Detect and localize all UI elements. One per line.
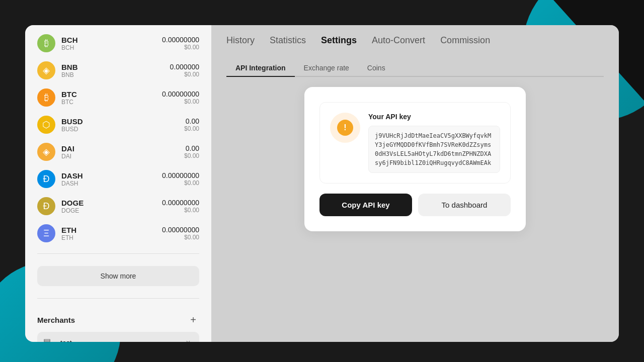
coin-name: ETH xyxy=(61,226,162,234)
coin-name: BCH xyxy=(61,36,162,44)
main-content: HistoryStatisticsSettingsAuto-ConvertCom… xyxy=(211,25,619,342)
coin-icon-busd: ⬡ xyxy=(37,116,55,134)
coin-ticker: BTC xyxy=(61,99,162,106)
to-dashboard-button[interactable]: To dashboard xyxy=(418,194,511,216)
merchant-name: test xyxy=(60,339,183,342)
api-icon-outer-circle: ! xyxy=(330,113,360,143)
coin-amounts: 0.00 $0.00 xyxy=(184,144,199,159)
coin-name-wrap: ETH ETH xyxy=(61,226,162,241)
api-icon-wrap: ! xyxy=(330,113,360,143)
merchants-section: Merchants + ▤ test × xyxy=(25,306,211,342)
coin-name-wrap: BCH BCH xyxy=(61,36,162,51)
coin-icon-dai: ◈ xyxy=(37,143,55,161)
api-key-section: Your API key j9VUHcRjJdDtMaeIeaCV5gXXBWy… xyxy=(368,113,500,173)
nav-item-settings[interactable]: Settings xyxy=(321,35,357,48)
divider-2 xyxy=(37,298,199,299)
coin-item[interactable]: ⬡ BUSD BUSD 0.00 $0.00 xyxy=(31,112,205,138)
merchant-item: ▤ test × xyxy=(37,332,199,342)
coin-ticker: BCH xyxy=(61,44,162,51)
coin-amount: 0.00000000 xyxy=(162,226,199,234)
coin-name: BUSD xyxy=(61,117,184,126)
coin-ticker: DASH xyxy=(61,180,162,187)
coin-name-wrap: BUSD BUSD xyxy=(61,117,184,133)
coin-amount: 0.000000 xyxy=(170,63,199,71)
merchants-header: Merchants + xyxy=(37,314,199,326)
coin-usd: $0.00 xyxy=(184,125,199,132)
tab-api[interactable]: API Integration xyxy=(226,60,295,77)
coin-name-wrap: DAI DAI xyxy=(61,144,184,160)
coin-amount: 0.00000000 xyxy=(162,171,199,179)
divider xyxy=(37,253,199,254)
nav-item-history[interactable]: History xyxy=(226,35,255,48)
coin-amount: 0.00 xyxy=(184,117,199,125)
coin-usd: $0.00 xyxy=(170,71,199,78)
coin-item[interactable]: ₿ BCH BCH 0.00000000 $0.00 xyxy=(31,30,205,56)
coin-name-wrap: DASH DASH xyxy=(61,171,162,187)
sidebar: ₿ BCH BCH 0.00000000 $0.00 ◈ BNB BNB 0.0… xyxy=(25,25,211,342)
coin-icon-bnb: ◈ xyxy=(37,61,55,79)
coin-name: BTC xyxy=(61,90,162,99)
coin-amounts: 0.00000000 $0.00 xyxy=(162,36,199,51)
api-key-value[interactable]: j9VUHcRjJdDtMaeIeaCV5gXXBWyfqvkMY3jeGYMQ… xyxy=(368,126,500,173)
coin-usd: $0.00 xyxy=(162,207,199,214)
coin-amount: 0.00000000 xyxy=(162,36,199,44)
coin-ticker: BNB xyxy=(61,71,170,78)
tab-exchange[interactable]: Exchange rate xyxy=(295,60,358,77)
merchant-close-button[interactable]: × xyxy=(183,338,193,342)
merchants-title: Merchants xyxy=(37,316,75,324)
coin-amount: 0.00 xyxy=(184,144,199,152)
nav-item-auto-convert[interactable]: Auto-Convert xyxy=(372,35,425,48)
tabs: API IntegrationExchange rateCoins xyxy=(226,60,604,77)
coin-usd: $0.00 xyxy=(162,44,199,51)
nav-item-statistics[interactable]: Statistics xyxy=(270,35,306,48)
coin-item[interactable]: ₿ BTC BTC 0.00000000 $0.00 xyxy=(31,84,205,111)
coin-item[interactable]: Đ DASH DASH 0.00000000 $0.00 xyxy=(31,166,205,192)
coin-list: ₿ BCH BCH 0.00000000 $0.00 ◈ BNB BNB 0.0… xyxy=(25,30,211,246)
coin-icon-btc: ₿ xyxy=(37,88,55,107)
coin-icon-bch: ₿ xyxy=(37,34,55,52)
coin-name-wrap: BNB BNB xyxy=(61,63,170,78)
api-buttons: Copy API key To dashboard xyxy=(319,194,511,216)
merchant-icon: ▤ xyxy=(43,337,55,342)
merchants-add-button[interactable]: + xyxy=(187,314,199,326)
api-icon-inner-circle: ! xyxy=(337,120,353,136)
coin-amounts: 0.00000000 $0.00 xyxy=(162,90,199,105)
api-key-title: Your API key xyxy=(368,113,500,121)
api-card-inner: ! Your API key j9VUHcRjJdDtMaeIeaCV5gXXB… xyxy=(319,102,511,184)
top-nav: HistoryStatisticsSettingsAuto-ConvertCom… xyxy=(226,35,604,48)
tab-coins[interactable]: Coins xyxy=(358,60,394,77)
api-card: ! Your API key j9VUHcRjJdDtMaeIeaCV5gXXB… xyxy=(304,87,526,231)
main-panel: ₿ BCH BCH 0.00000000 $0.00 ◈ BNB BNB 0.0… xyxy=(25,25,619,342)
coin-usd: $0.00 xyxy=(162,179,199,187)
coin-icon-eth: Ξ xyxy=(37,224,55,242)
coin-usd: $0.00 xyxy=(162,98,199,105)
coin-amounts: 0.00000000 $0.00 xyxy=(162,199,199,214)
coin-usd: $0.00 xyxy=(184,152,199,159)
coin-amounts: 0.00000000 $0.00 xyxy=(162,226,199,241)
coin-name: DASH xyxy=(61,171,162,180)
coin-item[interactable]: Ð DOGE DOGE 0.00000000 $0.00 xyxy=(31,193,205,219)
coin-name-wrap: DOGE DOGE xyxy=(61,199,162,214)
coin-amounts: 0.000000 $0.00 xyxy=(170,63,199,78)
coin-name-wrap: BTC BTC xyxy=(61,90,162,106)
coin-amount: 0.00000000 xyxy=(162,90,199,98)
copy-api-key-button[interactable]: Copy API key xyxy=(319,194,412,216)
coin-item[interactable]: Ξ ETH ETH 0.00000000 $0.00 xyxy=(31,220,205,246)
show-more-button[interactable]: Show more xyxy=(37,266,199,286)
nav-item-commission[interactable]: Commission xyxy=(440,35,490,48)
coin-ticker: ETH xyxy=(61,234,162,241)
coin-icon-doge: Ð xyxy=(37,197,55,215)
coin-amount: 0.00000000 xyxy=(162,199,199,207)
exclamation-icon: ! xyxy=(344,123,346,132)
coin-item[interactable]: ◈ DAI DAI 0.00 $0.00 xyxy=(31,139,205,165)
coin-icon-dash: Đ xyxy=(37,170,55,188)
coin-name: BNB xyxy=(61,63,170,71)
coin-item[interactable]: ◈ BNB BNB 0.000000 $0.00 xyxy=(31,57,205,83)
coin-amounts: 0.00000000 $0.00 xyxy=(162,171,199,187)
coin-ticker: DAI xyxy=(61,153,184,160)
coin-ticker: BUSD xyxy=(61,126,184,133)
coin-name: DAI xyxy=(61,144,184,153)
coin-ticker: DOGE xyxy=(61,207,162,214)
coin-usd: $0.00 xyxy=(162,234,199,241)
coin-name: DOGE xyxy=(61,199,162,207)
